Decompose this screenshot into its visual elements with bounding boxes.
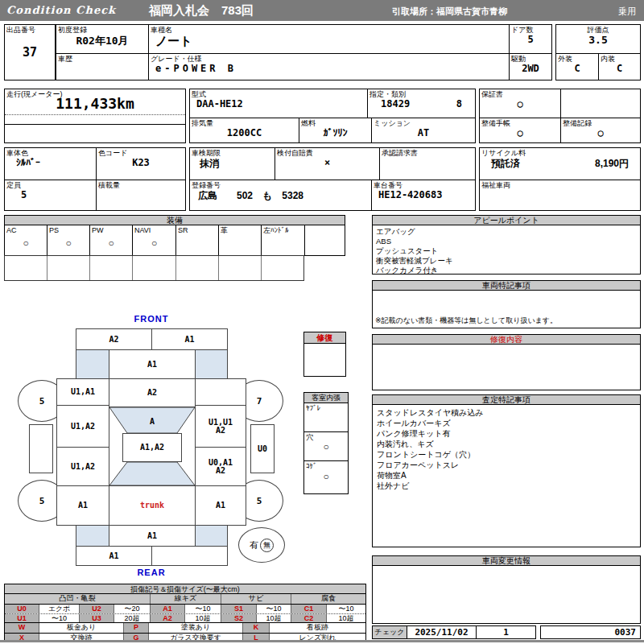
score-box: 評価点 3.5 外装 C 内装 C (555, 24, 641, 80)
panel-rear-corner-right (195, 525, 228, 547)
approval-label: 承認請求書 (380, 148, 475, 157)
panel-roof: A1,A2 (122, 433, 182, 462)
panel-rear-bumper-right (151, 546, 228, 566)
equipment-cell-pw: PW ○ (89, 225, 132, 255)
interior-cell: 内装 C (598, 54, 640, 80)
bottom-divider (0, 640, 644, 642)
legend-mark-key: W (5, 623, 39, 633)
warranty-label: 保証書 (480, 89, 560, 98)
equipment-label-extra (305, 225, 345, 226)
welfare-label: 福祉車両 (480, 180, 640, 189)
panel-hood: A1 (109, 349, 196, 379)
panel-trunk: trunk (109, 485, 196, 526)
maintenance-book-cell: 整備手帳 ○ (480, 118, 560, 143)
first-reg-cell: 初度登録 R02年10月 (56, 25, 148, 53)
score-cell: 評価点 3.5 (556, 25, 640, 53)
repair-content-body (372, 344, 641, 390)
body-color-cell: 車体色 ｼﾙﾊﾞｰ (5, 148, 96, 180)
sheet-number-box: 0037 (540, 625, 641, 639)
assessment-line: 内装汚れ、キズ (377, 439, 636, 449)
interior-label: 内装 (599, 54, 640, 63)
equipment-empty-cell (89, 256, 132, 280)
doors-cell: ドア数 5 (510, 25, 551, 53)
panel-door-front-left: U1,A2 (56, 405, 109, 448)
equipment-label-ac: AC (5, 225, 47, 234)
doors-drive-column: ドア数 5 駆動 2WD (509, 25, 551, 80)
appeal-line: プッシュスタート (376, 246, 637, 256)
color-code-cell: 色コード K23 (96, 148, 185, 180)
legend-group-scratch: 線キズ (150, 594, 221, 604)
color-code-value: K23 (97, 157, 185, 168)
equipment-cell-sr: SR (175, 225, 218, 255)
panel-door-front-right-line1: U1,U1 (208, 419, 233, 427)
first-reg-column: 初度登録 R02年10月 車歴 (56, 25, 148, 80)
welfare-cell: 福祉車両 (480, 180, 640, 210)
cabin-cell-hole: 穴 ○ (303, 431, 349, 461)
panel-door-rear-right-line1: U0,A1 (208, 459, 233, 467)
assessment-line: 社外ナビ (377, 481, 636, 491)
grade-value: e-POWER B (149, 63, 509, 74)
mission-cell: ミッション AT (371, 118, 475, 143)
sheet-number-value: 0037 (541, 626, 640, 638)
equipment-label-ps: PS (47, 225, 89, 234)
cabin-burn-label: ｺｹﾞ (304, 461, 348, 470)
recycle-box: リサイクル料 預託済 8,190円 福祉車両 (479, 147, 641, 211)
legend-group-rust: サビ (221, 594, 291, 604)
cabin-cell-burn: ｺｹﾞ ○ (303, 460, 349, 494)
panel-windshield-label: A (150, 417, 155, 426)
fuel-value: ｶﾞｿﾘﾝ (299, 127, 371, 138)
first-reg-label: 初度登録 (56, 25, 148, 34)
inspection-box: 車検期限 抹消 検付自賠責 × 承認請求書 登録番号 広島 502 も 5328… (189, 147, 476, 211)
mileage-box: 走行(現メーター) 111,433km (4, 89, 186, 143)
recycle-fee: 8,190円 (595, 157, 629, 171)
assessment-body: スタッドレスタイヤ積み込み ホイールカバーキズ パンク修理キット有 内装汚れ、キ… (372, 404, 641, 547)
panel-fender-left: U1,A1 (56, 378, 109, 406)
lot-number-label: 出品番号 (5, 25, 55, 34)
mission-label: ミッション (372, 118, 475, 127)
assessment-line: フロアカーペットスレ (377, 460, 636, 470)
check-count-value: 1 (477, 626, 535, 638)
class-no-value2: 8 (456, 98, 462, 109)
cabin-tear-label: ﾔﾌﾞﾚ (304, 403, 348, 412)
model-code-cell: 型式 DAA-HE12 (190, 89, 367, 118)
load-label: 積載量 (97, 180, 185, 189)
equipment-cell-extra (304, 225, 345, 255)
capacity-label: 定員 (5, 180, 96, 189)
equipment-cell-navi: NAVI ○ (132, 225, 175, 255)
first-reg-value: R02年10月 (56, 34, 148, 48)
panel-door-front-right-line2: A2 (216, 427, 225, 435)
grade-cell: グレード・仕様 e-POWER B (149, 53, 509, 80)
legend-mark-desc: 塗装あり (148, 623, 242, 633)
equipment-label-leather: 革 (219, 225, 261, 234)
equipment-mark-pw: ○ (90, 237, 132, 249)
panel-windshield-shape: A (109, 407, 196, 434)
class-no-cell: 指定・類別 18429 8 (367, 89, 475, 118)
legend-key: C1 (291, 605, 326, 613)
lot-number-cell: 出品番号 37 (4, 24, 56, 80)
reg-no-label: 登録番号 (190, 180, 371, 189)
legend-key: S1 (221, 605, 256, 613)
chassis-no-label: 車台番号 (372, 180, 475, 189)
history-label: 車歴 (56, 54, 148, 63)
check-label: チェック (372, 625, 407, 639)
cabin-burn-mark: ○ (304, 471, 348, 482)
equipment-empty-cell (5, 256, 47, 280)
insurance-label: 検付自賠責 (275, 148, 379, 157)
change-info-body (372, 565, 641, 624)
equipment-cell-lhd: 左ﾊﾝﾄﾞﾙ (261, 225, 304, 255)
panel-rear-panel: A1 (109, 525, 196, 547)
legend-mark-key: K (242, 623, 269, 633)
equipment-cell-ac: AC ○ (5, 225, 47, 255)
exterior-value: C (556, 63, 598, 74)
appeal-line: 衝突被害軽減ブレーキ (376, 256, 637, 266)
presence-no-circled: 無 (260, 539, 274, 552)
presence-yes: 有 (250, 539, 258, 551)
check-date-value: 2025/11/02 (407, 626, 476, 638)
score-label: 評価点 (556, 25, 640, 34)
fuel-cell: 燃料 ｶﾞｿﾘﾝ (299, 118, 371, 143)
body-color-label: 車体色 (5, 148, 96, 157)
displacement-value: 1200CC (190, 127, 299, 138)
panel-rear-window-shape (109, 461, 196, 486)
score-value: 3.5 (556, 34, 640, 46)
legend-size: 〜10 (256, 605, 291, 613)
